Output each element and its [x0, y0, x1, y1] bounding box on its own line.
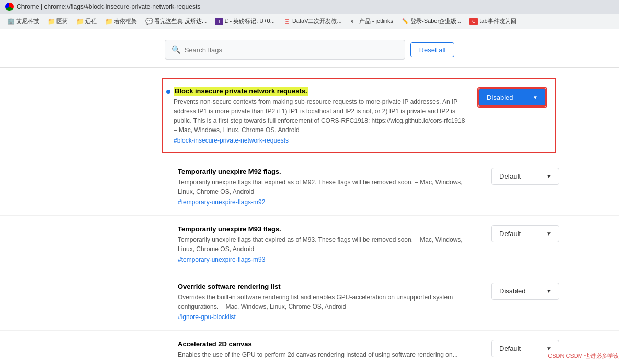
flag-item-unexpire-m92: Temporarily unexpire M92 flags. Temporar…: [0, 158, 619, 216]
search-area: 🔍 Reset all: [0, 29, 619, 68]
flag-select-disabled[interactable]: Disabled ▼: [478, 88, 546, 107]
flag-control-unexpire-m92[interactable]: Default ▼: [491, 168, 559, 185]
flag-content-override-rendering: Override software rendering list Overrid…: [178, 283, 481, 321]
chevron-down-icon-rendering: ▼: [546, 288, 552, 294]
bookmark-aini-icon: 🏢: [7, 18, 15, 25]
flag-desc-accelerated-canvas: Enables the use of the GPU to perform 2d…: [178, 350, 481, 359]
chrome-logo: [5, 3, 14, 11]
bookmark-ruoyi-label: 若依框架: [114, 17, 137, 25]
bookmark-datav-icon: ⊟: [283, 18, 291, 25]
flag-control-block-insecure[interactable]: Disabled ▼: [477, 87, 547, 108]
chevron-down-icon: ▼: [533, 95, 538, 100]
bookmark-ruoyi[interactable]: 📁 若依框架: [102, 16, 140, 26]
bookmark-remote[interactable]: 📁 远程: [73, 16, 100, 26]
folder-icon-remote: 📁: [76, 18, 84, 25]
bookmark-tab[interactable]: C tab事件改为回: [466, 16, 519, 26]
bookmark-wechat[interactable]: 💬 看完这些真·反矫达...: [142, 16, 210, 26]
bookmarks-bar: 🏢 艾尼科技 📁 医药 📁 远程 📁 若依框架 💬 看完这些真·反矫达... T…: [0, 14, 619, 29]
bookmark-aini[interactable]: 🏢 艾尼科技: [4, 16, 42, 26]
bookmark-datav-label: DataV二次开发教...: [292, 17, 342, 25]
flag-title-unexpire-m92: Temporarily unexpire M92 flags.: [178, 168, 481, 175]
flag-select-default-canvas[interactable]: Default ▼: [491, 340, 559, 357]
reset-all-button[interactable]: Reset all: [410, 42, 455, 57]
flag-link-unexpire-m93[interactable]: #temporary-unexpire-flags-m93: [178, 256, 481, 263]
bookmark-saber-label: 登录-Saber企业级...: [410, 17, 461, 25]
search-box: 🔍: [165, 40, 405, 60]
bookmark-saber-icon: ✏️: [402, 18, 409, 25]
search-icon: 🔍: [171, 45, 180, 54]
flag-desc-unexpire-m93: Temporarily unexpire flags that expired …: [178, 235, 481, 254]
chevron-down-icon-m93: ▼: [546, 231, 552, 237]
flag-select-default-m93[interactable]: Default ▼: [491, 225, 559, 242]
flag-content-block-insecure: Block insecure private network requests.…: [174, 87, 467, 144]
bookmark-pound-label: £ - 英磅标记: U+0...: [225, 17, 275, 25]
bookmark-jetlinks-icon: 🏷: [350, 18, 358, 25]
flag-desc-unexpire-m92: Temporarily unexpire flags that expired …: [178, 178, 481, 196]
flag-control-accelerated-canvas[interactable]: Default ▼: [491, 340, 559, 357]
flag-title-override-rendering: Override software rendering list: [178, 283, 481, 290]
flag-select-disabled-plain[interactable]: Disabled ▼: [491, 283, 559, 300]
flag-item-override-rendering: Override software rendering list Overrid…: [0, 273, 619, 331]
flag-title-unexpire-m93: Temporarily unexpire M93 flags.: [178, 225, 481, 233]
bookmark-pound-icon: T: [215, 18, 223, 25]
flag-control-override-rendering[interactable]: Disabled ▼: [491, 283, 559, 300]
flag-desc-block-insecure: Prevents non-secure contexts from making…: [174, 97, 467, 135]
wechat-icon: 💬: [145, 18, 153, 25]
flag-content-accelerated-canvas: Accelerated 2D canvas Enables the use of…: [178, 340, 481, 361]
folder-icon-medicine: 📁: [48, 18, 55, 25]
bookmark-medicine-label: 医药: [56, 17, 68, 25]
flag-content-unexpire-m93: Temporarily unexpire M93 flags. Temporar…: [178, 225, 481, 263]
flag-dot-block-insecure: [166, 90, 170, 94]
flag-link-block-insecure[interactable]: #block-insecure-private-network-requests: [174, 137, 467, 144]
flag-link-unexpire-m92[interactable]: #temporary-unexpire-flags-m92: [178, 198, 481, 206]
bookmark-jetlinks[interactable]: 🏷 产品 - jetlinks: [347, 16, 396, 26]
bookmark-wechat-label: 看完这些真·反矫达...: [154, 17, 207, 25]
bookmark-saber[interactable]: ✏️ 登录-Saber企业级...: [398, 16, 464, 26]
bookmark-remote-label: 远程: [85, 17, 97, 25]
flag-select-default-m92[interactable]: Default ▼: [491, 168, 559, 185]
bookmark-datav[interactable]: ⊟ DataV二次开发教...: [280, 16, 345, 26]
chevron-down-icon-canvas: ▼: [546, 346, 552, 351]
content-area: 🔍 Reset all Block insecure private netwo…: [0, 29, 619, 364]
flag-control-unexpire-m93[interactable]: Default ▼: [491, 225, 559, 242]
flag-item-accelerated-canvas: Accelerated 2D canvas Enables the use of…: [0, 331, 619, 364]
chevron-down-icon-m92: ▼: [546, 173, 552, 179]
flags-list: Block insecure private network requests.…: [0, 68, 619, 364]
search-input[interactable]: [185, 46, 398, 54]
title-bar-text: Chrome | chrome://flags/#block-insecure-…: [17, 3, 200, 10]
folder-icon-ruoyi: 📁: [105, 18, 112, 25]
flag-content-unexpire-m92: Temporarily unexpire M92 flags. Temporar…: [178, 168, 481, 206]
flag-link-override-rendering[interactable]: #ignore-gpu-blocklist: [178, 313, 481, 321]
title-bar: Chrome | chrome://flags/#block-insecure-…: [0, 0, 619, 14]
flag-title-block-insecure: Block insecure private network requests.: [174, 87, 467, 95]
flag-title-accelerated-canvas: Accelerated 2D canvas: [178, 340, 481, 348]
bookmark-tab-icon: C: [469, 18, 478, 25]
bookmark-medicine[interactable]: 📁 医药: [44, 16, 71, 26]
flag-item-block-insecure: Block insecure private network requests.…: [162, 78, 556, 153]
bookmark-pound[interactable]: T £ - 英磅标记: U+0...: [212, 16, 278, 26]
flag-desc-override-rendering: Overrides the built-in software renderin…: [178, 292, 481, 311]
bookmark-jetlinks-label: 产品 - jetlinks: [359, 17, 393, 25]
bookmark-tab-label: tab事件改为回: [479, 17, 516, 25]
flag-item-unexpire-m93: Temporarily unexpire M93 flags. Temporar…: [0, 216, 619, 273]
bookmark-aini-label: 艾尼科技: [16, 17, 39, 25]
